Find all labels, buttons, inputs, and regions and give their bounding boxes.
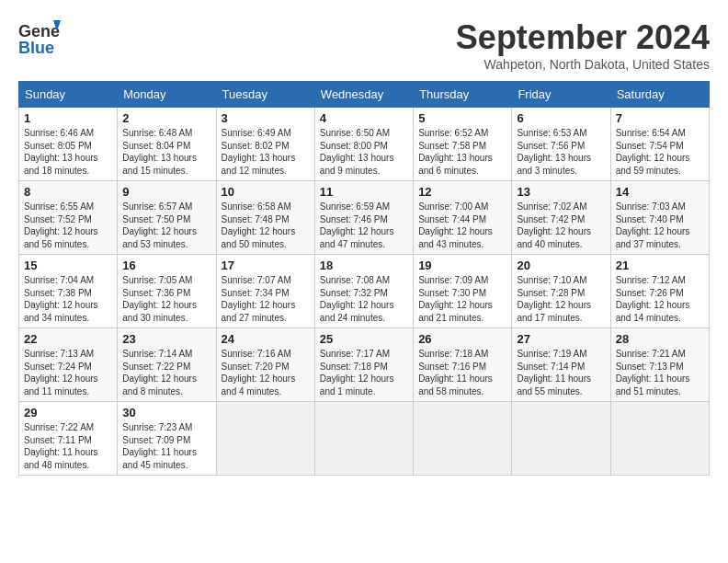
calendar-day-cell: 9Sunrise: 6:57 AM Sunset: 7:50 PM Daylig… [118, 181, 216, 255]
day-info: Sunrise: 7:13 AM Sunset: 7:24 PM Dayligh… [24, 348, 112, 397]
calendar-day-cell: 25Sunrise: 7:17 AM Sunset: 7:18 PM Dayli… [314, 328, 413, 402]
weekday-header-friday: Friday [512, 82, 610, 108]
calendar-day-cell: 20Sunrise: 7:10 AM Sunset: 7:28 PM Dayli… [512, 255, 610, 328]
calendar-table: SundayMondayTuesdayWednesdayThursdayFrid… [18, 81, 710, 476]
day-info: Sunrise: 7:17 AM Sunset: 7:18 PM Dayligh… [320, 348, 408, 397]
day-number: 18 [320, 259, 408, 272]
calendar-day-cell: 22Sunrise: 7:13 AM Sunset: 7:24 PM Dayli… [19, 328, 118, 402]
day-number: 30 [122, 406, 210, 419]
calendar-day-cell [512, 402, 610, 476]
calendar-day-cell: 23Sunrise: 7:14 AM Sunset: 7:22 PM Dayli… [118, 328, 216, 402]
calendar-week-row: 1Sunrise: 6:46 AM Sunset: 8:05 PM Daylig… [19, 108, 710, 181]
day-info: Sunrise: 6:58 AM Sunset: 7:48 PM Dayligh… [222, 201, 310, 250]
day-number: 7 [616, 111, 704, 125]
day-number: 8 [24, 185, 112, 199]
day-number: 22 [24, 332, 112, 346]
svg-text:General: General [18, 22, 61, 40]
calendar-day-cell: 3Sunrise: 6:49 AM Sunset: 8:02 PM Daylig… [216, 108, 314, 181]
day-info: Sunrise: 6:57 AM Sunset: 7:50 PM Dayligh… [122, 201, 210, 250]
day-info: Sunrise: 7:02 AM Sunset: 7:42 PM Dayligh… [517, 201, 605, 250]
day-number: 13 [517, 185, 605, 199]
day-info: Sunrise: 7:04 AM Sunset: 7:38 PM Dayligh… [24, 274, 112, 324]
day-number: 29 [24, 406, 112, 419]
calendar-day-cell: 10Sunrise: 6:58 AM Sunset: 7:48 PM Dayli… [216, 181, 314, 255]
calendar-day-cell: 2Sunrise: 6:48 AM Sunset: 8:04 PM Daylig… [118, 108, 216, 181]
day-number: 12 [418, 185, 506, 199]
day-info: Sunrise: 7:19 AM Sunset: 7:14 PM Dayligh… [517, 348, 605, 397]
weekday-header-thursday: Thursday [414, 82, 512, 108]
calendar-day-cell [216, 402, 314, 476]
day-info: Sunrise: 7:21 AM Sunset: 7:13 PM Dayligh… [616, 348, 704, 397]
page-header: GeneralBlue September 2024 Wahpeton, Nor… [18, 18, 710, 72]
location: Wahpeton, North Dakota, United States [456, 57, 710, 72]
weekday-header-sunday: Sunday [19, 82, 118, 108]
day-info: Sunrise: 6:55 AM Sunset: 7:52 PM Dayligh… [24, 201, 112, 250]
calendar-day-cell: 18Sunrise: 7:08 AM Sunset: 7:32 PM Dayli… [314, 255, 413, 328]
calendar-day-cell: 29Sunrise: 7:22 AM Sunset: 7:11 PM Dayli… [19, 402, 118, 476]
calendar-day-cell: 27Sunrise: 7:19 AM Sunset: 7:14 PM Dayli… [512, 328, 610, 402]
day-number: 27 [517, 332, 605, 346]
calendar-day-cell: 15Sunrise: 7:04 AM Sunset: 7:38 PM Dayli… [19, 255, 118, 328]
calendar-day-cell [610, 402, 709, 476]
day-number: 3 [222, 111, 310, 125]
logo-svg: GeneralBlue [18, 18, 61, 57]
day-number: 23 [122, 332, 210, 346]
day-info: Sunrise: 6:59 AM Sunset: 7:46 PM Dayligh… [320, 201, 408, 250]
calendar-week-row: 29Sunrise: 7:22 AM Sunset: 7:11 PM Dayli… [19, 402, 710, 476]
day-number: 14 [616, 185, 704, 199]
day-number: 24 [222, 332, 310, 346]
calendar-day-cell: 28Sunrise: 7:21 AM Sunset: 7:13 PM Dayli… [610, 328, 709, 402]
calendar-day-cell: 30Sunrise: 7:23 AM Sunset: 7:09 PM Dayli… [118, 402, 216, 476]
calendar-week-row: 8Sunrise: 6:55 AM Sunset: 7:52 PM Daylig… [19, 181, 710, 255]
day-number: 4 [320, 111, 408, 125]
calendar-week-row: 22Sunrise: 7:13 AM Sunset: 7:24 PM Dayli… [19, 328, 710, 402]
calendar-day-cell: 13Sunrise: 7:02 AM Sunset: 7:42 PM Dayli… [512, 181, 610, 255]
day-info: Sunrise: 6:54 AM Sunset: 7:54 PM Dayligh… [616, 127, 704, 177]
calendar-day-cell: 14Sunrise: 7:03 AM Sunset: 7:40 PM Dayli… [610, 181, 709, 255]
day-number: 20 [517, 259, 605, 272]
calendar-day-cell [414, 402, 512, 476]
day-info: Sunrise: 7:05 AM Sunset: 7:36 PM Dayligh… [122, 274, 210, 324]
calendar-day-cell [314, 402, 413, 476]
day-info: Sunrise: 6:48 AM Sunset: 8:04 PM Dayligh… [122, 127, 210, 177]
calendar-day-cell: 5Sunrise: 6:52 AM Sunset: 7:58 PM Daylig… [414, 108, 512, 181]
weekday-header-saturday: Saturday [610, 82, 709, 108]
day-number: 2 [122, 111, 210, 125]
calendar-day-cell: 17Sunrise: 7:07 AM Sunset: 7:34 PM Dayli… [216, 255, 314, 328]
day-number: 9 [122, 185, 210, 199]
day-number: 26 [418, 332, 506, 346]
day-number: 25 [320, 332, 408, 346]
day-info: Sunrise: 7:12 AM Sunset: 7:26 PM Dayligh… [616, 274, 704, 324]
calendar-day-cell: 12Sunrise: 7:00 AM Sunset: 7:44 PM Dayli… [414, 181, 512, 255]
day-info: Sunrise: 7:14 AM Sunset: 7:22 PM Dayligh… [122, 348, 210, 397]
calendar-day-cell: 19Sunrise: 7:09 AM Sunset: 7:30 PM Dayli… [414, 255, 512, 328]
day-number: 15 [24, 259, 112, 272]
calendar-day-cell: 24Sunrise: 7:16 AM Sunset: 7:20 PM Dayli… [216, 328, 314, 402]
calendar-week-row: 15Sunrise: 7:04 AM Sunset: 7:38 PM Dayli… [19, 255, 710, 328]
day-info: Sunrise: 6:52 AM Sunset: 7:58 PM Dayligh… [418, 127, 506, 177]
day-number: 11 [320, 185, 408, 199]
day-info: Sunrise: 7:07 AM Sunset: 7:34 PM Dayligh… [222, 274, 310, 324]
calendar-day-cell: 8Sunrise: 6:55 AM Sunset: 7:52 PM Daylig… [19, 181, 118, 255]
day-number: 17 [222, 259, 310, 272]
day-number: 19 [418, 259, 506, 272]
calendar-day-cell: 7Sunrise: 6:54 AM Sunset: 7:54 PM Daylig… [610, 108, 709, 181]
title-block: September 2024 Wahpeton, North Dakota, U… [456, 18, 710, 72]
day-number: 21 [616, 259, 704, 272]
weekday-header-monday: Monday [118, 82, 216, 108]
day-info: Sunrise: 6:53 AM Sunset: 7:56 PM Dayligh… [517, 127, 605, 177]
svg-text:Blue: Blue [18, 39, 54, 57]
month-year: September 2024 [456, 18, 710, 57]
calendar-day-cell: 1Sunrise: 6:46 AM Sunset: 8:05 PM Daylig… [19, 108, 118, 181]
day-number: 28 [616, 332, 704, 346]
calendar-day-cell: 4Sunrise: 6:50 AM Sunset: 8:00 PM Daylig… [314, 108, 413, 181]
day-info: Sunrise: 7:09 AM Sunset: 7:30 PM Dayligh… [418, 274, 506, 324]
day-number: 16 [122, 259, 210, 272]
day-info: Sunrise: 7:00 AM Sunset: 7:44 PM Dayligh… [418, 201, 506, 250]
day-number: 1 [24, 111, 112, 125]
calendar-day-cell: 16Sunrise: 7:05 AM Sunset: 7:36 PM Dayli… [118, 255, 216, 328]
day-info: Sunrise: 7:22 AM Sunset: 7:11 PM Dayligh… [24, 421, 112, 471]
day-number: 5 [418, 111, 506, 125]
day-info: Sunrise: 7:23 AM Sunset: 7:09 PM Dayligh… [122, 421, 210, 471]
weekday-header-row: SundayMondayTuesdayWednesdayThursdayFrid… [19, 82, 710, 108]
